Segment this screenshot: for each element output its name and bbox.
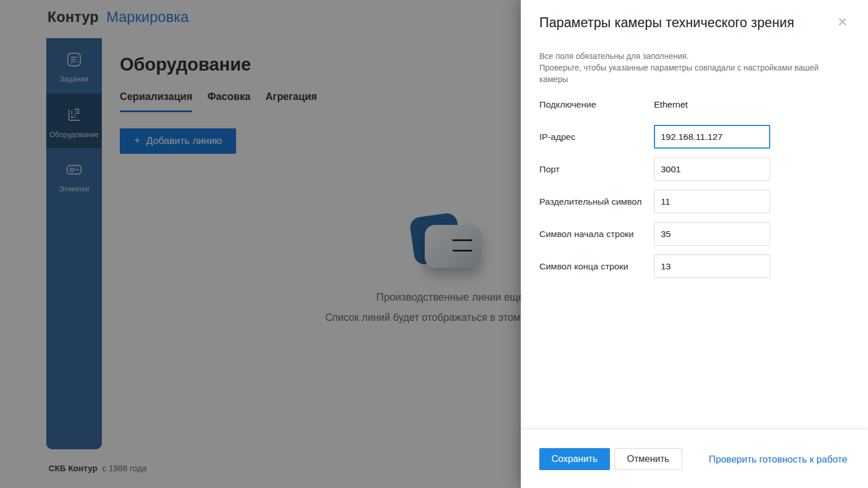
modal-header: Параметры камеры технического зрения × [521,0,868,31]
cancel-button[interactable]: Отменить [615,448,682,470]
line-start-symbol-field[interactable] [654,222,770,246]
field-label: Разделительный символ [539,197,654,207]
field-label: Порт [539,164,654,175]
form-row-port: Порт [539,157,847,181]
modal-subtitle-line1: Все поля обязательны для заполнения. [539,50,847,62]
separator-symbol-field[interactable] [654,190,770,213]
camera-settings-form: Подключение Ethernet IP-адрес Порт Разде… [521,85,868,278]
form-row-line-end: Символ конца строки [539,254,847,278]
field-label: Подключение [539,99,654,110]
close-icon[interactable]: × [838,16,847,28]
field-label: IP-адрес [539,132,654,142]
ip-address-field[interactable] [654,125,770,149]
connection-type-value: Ethernet [654,99,688,110]
field-label: Символ начала строки [539,229,654,239]
field-label: Символ конца строки [539,261,654,272]
form-row-separator: Разделительный символ [539,190,847,213]
modal-footer: Сохранить Отменить Проверить готовность … [521,429,868,488]
form-row-ip: IP-адрес [539,125,847,149]
camera-settings-modal: Параметры камеры технического зрения × В… [521,0,868,488]
port-field[interactable] [654,157,770,181]
modal-subtitle-line2: Проверьте, чтобы указанные параметры сов… [539,62,847,85]
save-button[interactable]: Сохранить [539,448,610,470]
check-readiness-link[interactable]: Проверить готовность к работе [709,448,847,470]
form-row-connection: Подключение Ethernet [539,93,847,116]
form-row-line-start: Символ начала строки [539,222,847,246]
app-window: Контур Маркировка Задания Оборудование Э… [0,0,868,488]
line-end-symbol-field[interactable] [654,254,770,278]
modal-title: Параметры камеры технического зрения [539,15,794,31]
modal-subtitle: Все поля обязательны для заполнения. Про… [521,31,868,85]
